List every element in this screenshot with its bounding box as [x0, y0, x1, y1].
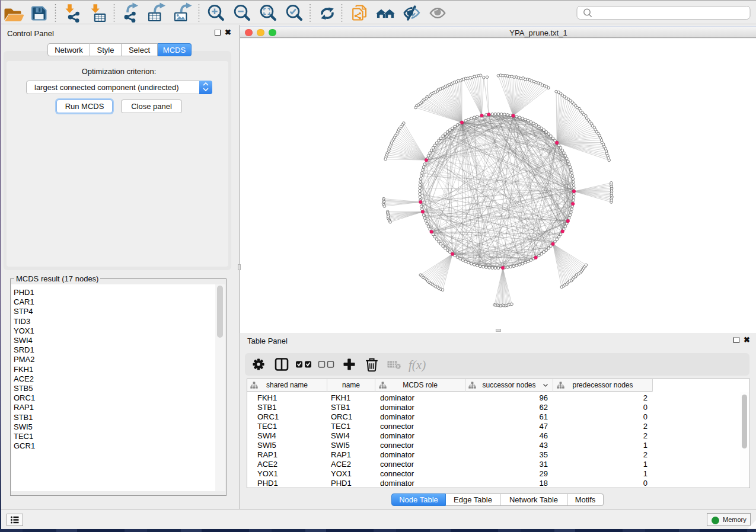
svg-text:f(x): f(x) [409, 358, 426, 372]
